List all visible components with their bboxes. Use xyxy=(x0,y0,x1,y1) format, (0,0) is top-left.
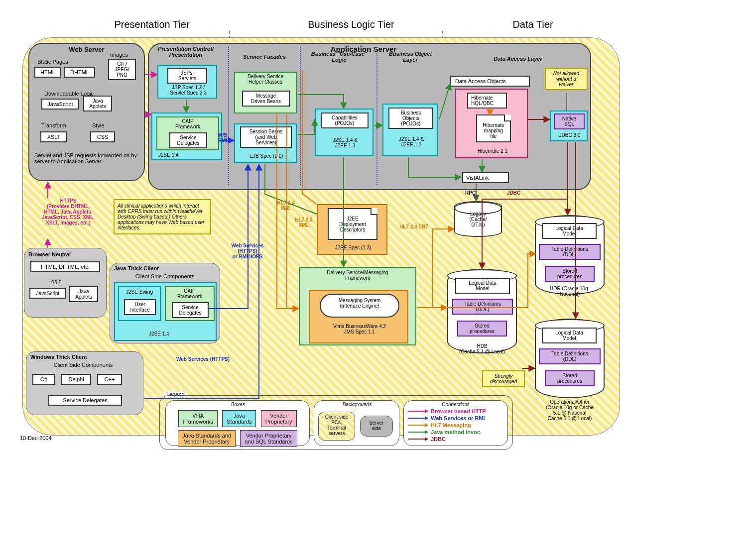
legend-boxes-panel: Boxes VHA Frameworks Java Standards Vend… xyxy=(165,400,310,446)
messaging-title: Delivery Service/Messaging Framework xyxy=(300,270,415,281)
hibernate-version-label: Hibernate 2.1 xyxy=(458,148,527,154)
web-server-panel: Web Server Static Pages HTML DHTML Image… xyxy=(28,43,145,181)
images-formats-box: GIF/ JPEG/ PNG xyxy=(108,59,136,80)
javascript-box: JavaScript xyxy=(41,99,79,110)
j2se-label-pres: J2SE 1.4 xyxy=(158,152,179,158)
service-delegates-box: Service Delegates xyxy=(169,132,207,148)
win-thick-sub: Client Side Components xyxy=(33,362,133,368)
javascript-box-2: JavaScript xyxy=(29,288,66,299)
service-delegates-thick-box: Service Delegates xyxy=(172,302,209,318)
session-beans-box: Session Beans (and Web Services) xyxy=(240,126,292,148)
legend-client-bg: Client side PCs, Terminal servers xyxy=(318,412,355,441)
legend-vendor-prop: Vendor Proprietary xyxy=(261,410,297,427)
hdb-ldm-box: Logical Data Model xyxy=(455,278,510,294)
ejb-spec-label: EJB Spec (2.0) xyxy=(237,153,296,159)
forward-note: Servlet and JSP requests forwarded on by… xyxy=(34,152,141,164)
legend-conn-jdbc: JDBC xyxy=(431,436,446,442)
legend-server-bg: Server side xyxy=(360,416,393,437)
tier-label-data: Data Tier xyxy=(483,19,583,30)
capabilities-box: Capabilities (POJOs) xyxy=(321,112,369,128)
legend-conn-java: Java method invoc. xyxy=(431,429,482,435)
native-sql-box: Native SQL xyxy=(554,113,585,129)
hdb-label: HDB (Cache 5.1 @ Local) xyxy=(447,343,517,354)
images-label: Images xyxy=(110,52,128,58)
dotted-div-3 xyxy=(376,47,377,185)
java-applets-box: Java Applets xyxy=(83,96,112,112)
waiver-note: Not allowed without a waiver xyxy=(545,68,588,90)
tier-label-presentation: Presentation Tier xyxy=(82,19,222,30)
tier-label-business: Business Logic Tier xyxy=(281,19,421,30)
other-label: Operational/Other (Oracle 10g or Cache 5… xyxy=(524,399,616,421)
jsp-spec-group: JSPs, Servlets JSP Spec 1.2 / Servlet Sp… xyxy=(157,65,217,99)
discouraged-note: Strongly discouraged xyxy=(482,370,525,387)
legend-vha: VHA Frameworks xyxy=(178,410,218,427)
vitria-group: Messaging System (Interface Engine) Vitr… xyxy=(309,290,408,343)
dotted-div-1 xyxy=(228,47,229,185)
business-objects-box: Business Objects (POJOs) xyxy=(388,108,433,129)
java-thick-client-panel: Java Thick Client Client Side Components… xyxy=(110,263,220,343)
caip-framework-thick-group: CAIP Framework Service Delegates xyxy=(165,286,215,321)
hl7-er7-label: HL7 2.4 ER7 xyxy=(399,224,428,229)
delphi-box: Delphi xyxy=(61,374,91,385)
browser-neutral-panel: Browser Neutral HTML, DHTML, etc. Logic … xyxy=(24,248,107,318)
dhtml-box: DHTML xyxy=(64,67,95,78)
other-sp-box: Stored procedures xyxy=(545,370,595,386)
hibernate-hql-box: Hibernate HQL/QBC xyxy=(467,93,507,109)
messaging-system-label: Messaging System (Interface Engine) xyxy=(321,298,398,309)
static-pages-label: Static Pages xyxy=(37,59,68,65)
other-ddl-box: Table Definitions (DDL) xyxy=(539,348,601,364)
caip-label-thick: CAIP Framework xyxy=(166,288,214,299)
j2ee-spec-label: J2EE Spec (1.3) xyxy=(320,245,386,250)
java-thick-j2se-group: J2SE Swing User Interface CAIP Framework… xyxy=(114,282,217,341)
legend-vpsql: Vendor Proprietary and SQL Standards xyxy=(240,430,297,447)
hdr-sp-box: Stored procedures xyxy=(545,266,595,282)
css-box: CSS xyxy=(90,131,115,142)
j2se-swing-group: J2SE Swing User Interface xyxy=(118,286,161,321)
mdb-box: Message Driven Beans xyxy=(242,91,290,107)
java-thick-sub: Client Side Components xyxy=(120,273,210,279)
hdr-label: HDR (Oracle 10g- National) xyxy=(531,286,609,297)
legend-conn-http: Browser based HTTP xyxy=(431,408,486,414)
capabilities-group: Capabilities (POJOs) J2SE 1.4 & J2EE 1.3 xyxy=(315,109,374,156)
business-objects-group: Business Objects (POJOs) J2SE 1.4 & J2EE… xyxy=(382,104,438,156)
hibernate-mapping-doc: Hibernate mapping file xyxy=(476,114,511,142)
date-label: 10-Dec-2004 xyxy=(20,435,52,441)
legend-conn-hl7: HL7 Messaging xyxy=(431,422,471,428)
jsps-servlets-box: JSPs, Servlets xyxy=(167,68,207,84)
hdr-ldm-box: Logical Data Model xyxy=(542,223,597,239)
delivery-service-helper-group: Delivery Service Helper Classes Message … xyxy=(234,72,297,113)
user-interface-box: User Interface xyxy=(124,299,156,315)
j2seee-label-2: J2SE 1.4 & J2EE 1.3 xyxy=(385,136,437,147)
java-thick-title: Java Thick Client xyxy=(114,265,159,271)
ejb-spec-group: Session Beans (and Web Services) EJB Spe… xyxy=(234,123,297,163)
j2ee-dd-doc: J2EE Deployment Descriptors xyxy=(328,208,377,240)
legacy-label: Legacy (Cache/ GT.M) xyxy=(454,211,502,227)
dshc-label: Delivery Service Helper Classes xyxy=(235,74,296,85)
dao-box: Data Access Objects xyxy=(450,76,530,87)
ws-label-2: Web Services (HTTPS) xyxy=(176,356,256,362)
business-object-layer-title: Business Object Layer xyxy=(378,51,442,63)
jdbc-group: Native SQL JDBC 3.0 xyxy=(550,111,588,141)
ws-label-1: Web Services (HTTPS) or RMI IIOPS xyxy=(220,243,275,259)
hdb-ddl-box: Table Definitions (DDL) xyxy=(452,299,513,315)
service-delegates-win-box: Service Delegates xyxy=(48,395,122,406)
java-applets-box-2: Java Applets xyxy=(69,286,98,302)
jsp-spec-label: JSP Spec 1.2 / Servlet Spec 2.3 xyxy=(160,85,216,96)
win-thick-title: Windows Thick Client xyxy=(30,354,87,360)
legend-java-std: Java Standards xyxy=(222,410,256,427)
dotted-div-2 xyxy=(300,47,301,185)
messaging-framework-group: Delivery Service/Messaging Framework Mes… xyxy=(299,267,416,345)
legend-conn-ws: Web Services or RMI xyxy=(431,415,485,421)
legend-conn-title: Connections xyxy=(408,402,503,407)
html-box: HTML xyxy=(34,67,61,78)
legend-connections-panel: Connections Browser based HTTP Web Servi… xyxy=(403,400,508,446)
usecase-title: Business "Use-Case" Logic xyxy=(303,51,375,63)
legend-boxes-title: Boxes xyxy=(166,402,310,407)
j2seee-label-1: J2SE 1.4 & J2EE 1.3 xyxy=(318,137,373,148)
vitria-label: Vitria BusinessWare 4.2 JMS Spec 1.1 xyxy=(312,324,407,335)
https-note: HTTPS (Provides DHTML, HTML, Java Applet… xyxy=(26,198,111,225)
rpc-label: RPC xyxy=(465,190,476,196)
hl7-xml-label-1: HL7 2.4 XML xyxy=(271,200,301,211)
vistalink-box: VistALink xyxy=(462,172,509,183)
logic-label: Logic xyxy=(48,278,61,284)
